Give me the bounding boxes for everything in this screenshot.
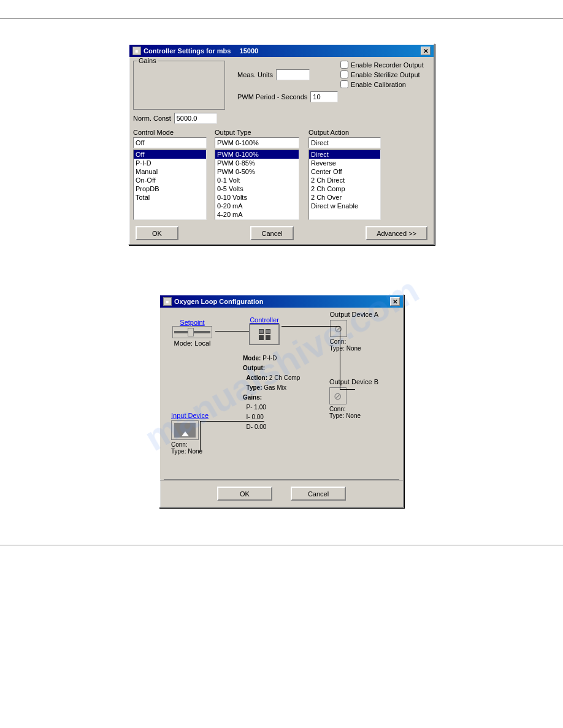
- input-to-controller-vline: [200, 421, 201, 452]
- setpoint-slider[interactable]: [172, 326, 212, 338]
- dialog2-buttons-row: OK Cancel: [160, 480, 403, 507]
- mode-local-label: Mode: Local: [172, 339, 212, 347]
- output-type-section: Output Type PWM 0-100% PWM 0-85% PWM 0-5…: [215, 129, 304, 220]
- dialog1-title: Controller Settings for mbs: [144, 47, 231, 55]
- output-a-device-icon[interactable]: ⊘: [330, 320, 347, 337]
- control-mode-section: Control Mode Off P-I-D Manual On-Off Pro…: [133, 129, 210, 220]
- controller-label[interactable]: Controller: [249, 316, 280, 324]
- list-item[interactable]: Reverse: [309, 159, 380, 167]
- output-device-b: Output Device B ⊘ Conn: Type: None: [329, 378, 378, 419]
- pwm-period-input[interactable]: [310, 91, 338, 102]
- recorder-output-checkbox[interactable]: Enable Recorder Output: [340, 61, 424, 69]
- output-type-value: Gas Mix: [264, 384, 286, 391]
- output-type-listbox[interactable]: PWM 0-100% PWM 0-85% PWM 0-50% 0-1 Volt …: [215, 150, 299, 220]
- list-item[interactable]: Gas Mix: [215, 219, 299, 220]
- meas-units-label: Meas. Units: [237, 71, 273, 78]
- dialog1-ok-button[interactable]: OK: [136, 226, 178, 240]
- input-device-icon[interactable]: [171, 420, 199, 440]
- dialog1-cancel-button[interactable]: Cancel: [250, 226, 293, 240]
- led4: [266, 335, 270, 340]
- gains-p-value: 1.00: [254, 404, 266, 411]
- list-item[interactable]: On-Off: [134, 176, 206, 184]
- output-action-label: Output Action: [308, 129, 382, 136]
- output-b-conn-label: Conn:: [329, 406, 378, 412]
- input-device-box: Input Device Conn: Type: None: [171, 412, 209, 455]
- norm-const-input[interactable]: [174, 113, 217, 124]
- output-b-type-label: Type: None: [329, 412, 378, 419]
- controller-settings-dialog: ■ Controller Settings for mbs 15000 ✕ Ga…: [128, 44, 435, 245]
- dialog1-buttons-row: OK Cancel Advanced >>: [133, 226, 430, 240]
- list-item[interactable]: P-I-D: [134, 159, 206, 167]
- output-a-label: Output Device A: [330, 311, 379, 318]
- led3: [259, 335, 264, 340]
- list-item[interactable]: Off: [134, 150, 206, 159]
- dialog2-cancel-button[interactable]: Cancel: [291, 487, 346, 501]
- pwm-period-label: PWM Period - Seconds: [237, 93, 307, 100]
- meas-units-input[interactable]: [276, 69, 310, 80]
- input-device-label[interactable]: Input Device: [171, 412, 209, 419]
- dialog1-advanced-button[interactable]: Advanced >>: [366, 226, 427, 240]
- setpoint-label[interactable]: Setpoint: [172, 319, 212, 326]
- input-type-label: Type: None: [171, 448, 209, 455]
- list-item[interactable]: Total: [134, 193, 206, 202]
- list-item[interactable]: PWM 0-50%: [215, 167, 299, 176]
- input-conn-label: Conn:: [171, 441, 209, 448]
- list-item[interactable]: PWM 0-100%: [215, 150, 299, 159]
- sterilize-output-checkbox[interactable]: Enable Sterilize Output: [340, 70, 424, 78]
- list-item[interactable]: 0-10 Volts: [215, 193, 299, 202]
- list-item[interactable]: Center Off: [309, 167, 380, 176]
- controller-to-output-a-line: [282, 326, 340, 327]
- controller-to-output-b-vline: [340, 326, 340, 389]
- output-a-conn-label: Conn:: [330, 338, 379, 345]
- controller-box: Controller: [249, 316, 280, 345]
- dialog2-titlebar: ■ Oxygen Loop Configuration ✕: [160, 295, 403, 308]
- gains-d-value: 0.00: [255, 423, 266, 430]
- dialog1-close-button[interactable]: ✕: [421, 47, 431, 55]
- output-a-type-label: Type: None: [330, 345, 379, 352]
- list-item[interactable]: 0-1 Volt: [215, 176, 299, 184]
- controller-info: Mode: P-I-D Output: Action: 2 Ch Comp Ty…: [243, 354, 300, 432]
- control-mode-label: Control Mode: [133, 129, 210, 136]
- list-item[interactable]: PWM 0-85%: [215, 159, 299, 167]
- output-action-input[interactable]: [308, 137, 381, 148]
- list-item[interactable]: 4-20 mA: [215, 210, 299, 219]
- input-to-controller-hline: [200, 421, 264, 422]
- gains-groupbox: Gains: [133, 61, 225, 110]
- dialog1-titlebar: ■ Controller Settings for mbs 15000 ✕: [129, 45, 434, 57]
- led2: [266, 329, 270, 334]
- dialog2-icon: ■: [163, 297, 172, 306]
- output-action-section: Output Action Direct Reverse Center Off …: [308, 129, 382, 220]
- list-item[interactable]: 0-20 mA: [215, 202, 299, 210]
- setpoint-to-controller-line: [215, 331, 249, 332]
- controller-icon: [249, 324, 280, 345]
- dialog2-title: Oxygen Loop Configuration: [174, 298, 263, 305]
- list-item[interactable]: 2 Ch Direct: [309, 176, 380, 184]
- calibration-checkbox[interactable]: Enable Calibration: [340, 80, 424, 88]
- list-item[interactable]: Direct: [309, 150, 380, 159]
- output-type-input[interactable]: [215, 137, 299, 148]
- list-item[interactable]: 0-5 Volts: [215, 184, 299, 193]
- list-item[interactable]: 2 Ch Over: [309, 193, 380, 202]
- dialog2-ok-button[interactable]: OK: [217, 487, 272, 501]
- diagram-area: Setpoint Mode: Local Controller: [160, 308, 403, 479]
- output-b-label: Output Device B: [329, 378, 378, 385]
- setpoint-box: Setpoint Mode: Local: [172, 319, 212, 347]
- list-item[interactable]: 2 Ch Comp: [309, 184, 380, 193]
- dialog2-close-button[interactable]: ✕: [390, 297, 400, 306]
- list-item[interactable]: Manual: [134, 167, 206, 176]
- gains-i-value: 0.00: [251, 414, 263, 420]
- list-item[interactable]: PropDB: [134, 184, 206, 193]
- output-device-a: Output Device A ⊘ Conn: Type: None: [330, 311, 379, 352]
- output-type-label: Output Type: [215, 129, 304, 136]
- led1: [259, 329, 264, 334]
- control-mode-listbox[interactable]: Off P-I-D Manual On-Off PropDB Total: [133, 150, 207, 220]
- norm-const-label: Norm. Const: [133, 115, 171, 122]
- controller-to-output-b-hline: [340, 389, 355, 390]
- three-cols-section: Control Mode Off P-I-D Manual On-Off Pro…: [133, 129, 430, 220]
- output-b-device-icon[interactable]: ⊘: [329, 387, 347, 404]
- control-mode-input[interactable]: [133, 137, 207, 148]
- output-action-listbox[interactable]: Direct Reverse Center Off 2 Ch Direct 2 …: [308, 150, 381, 220]
- list-item[interactable]: Direct w Enable: [309, 202, 380, 210]
- dialog1-title-value: 15000: [240, 47, 259, 55]
- controller-mode-value: P-I-D: [262, 355, 277, 362]
